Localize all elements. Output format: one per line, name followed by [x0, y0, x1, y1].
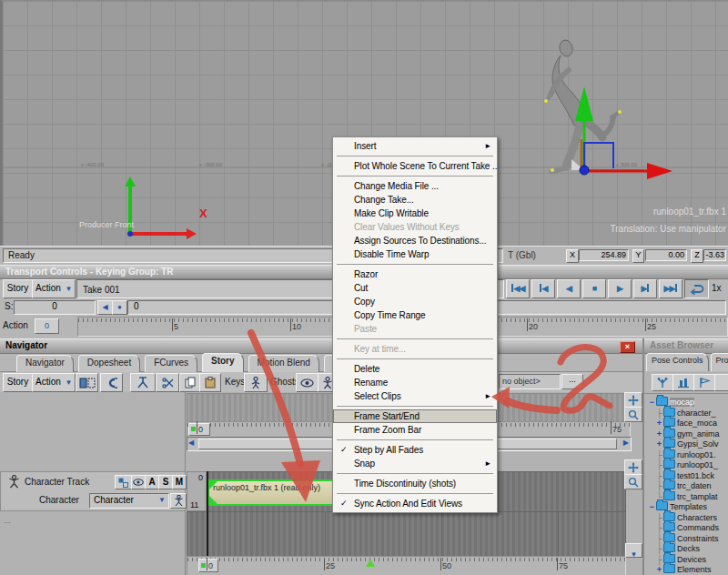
go-to-end-button[interactable]: ▶▶	[659, 279, 682, 298]
menu-item[interactable]: Frame Zoom Bar	[333, 423, 497, 437]
x-coord-field[interactable]: 254.89	[579, 249, 629, 261]
manipulator-plane-handle[interactable]	[584, 143, 613, 168]
asset-tree-item[interactable]: +gym_anima	[648, 429, 728, 439]
menu-item[interactable]: Snap ►	[333, 457, 497, 470]
clip-corner-icon[interactable]	[209, 481, 217, 489]
menu-item[interactable]: Time Discontinuity (shots)	[333, 477, 497, 490]
tree-expander-icon[interactable]: −	[648, 502, 656, 513]
asset-tree-item[interactable]: ├trc_daten	[648, 480, 728, 491]
asset-tree-item[interactable]: ├Commands	[648, 522, 728, 533]
menu-item[interactable]: Key at time...	[333, 342, 497, 356]
ghost-object-field[interactable]: no object>	[499, 374, 561, 389]
menu-item[interactable]: Assign Sources To Destinations...	[333, 234, 497, 247]
asset-list-view-button[interactable]	[672, 374, 694, 391]
z-coord-button[interactable]: Z	[691, 249, 703, 263]
loop-toggle-button[interactable]	[684, 279, 709, 298]
copy-button[interactable]	[179, 373, 200, 392]
paste-button[interactable]	[199, 373, 221, 392]
playback-speed-label[interactable]: 1x	[712, 283, 722, 293]
track-mute-button[interactable]: M	[172, 475, 187, 489]
clip-fade-in-handle[interactable]	[209, 496, 217, 504]
navigator-tab[interactable]: Story	[202, 353, 244, 374]
story-mode-button[interactable]: Story	[3, 373, 33, 392]
story-lower-lane[interactable]	[187, 511, 626, 558]
menu-item[interactable]: Clear Values Without Keys	[333, 220, 497, 234]
action-mode-button[interactable]: Action ▼	[32, 373, 76, 392]
x-coord-button[interactable]: X	[566, 249, 579, 263]
menu-item[interactable]: ✓ Sync Action And Edit Views	[333, 497, 497, 510]
pan-view-button[interactable]	[624, 392, 642, 408]
tree-expander-icon[interactable]: ├	[655, 481, 663, 492]
timeline-marker-box[interactable]: 0	[35, 318, 59, 334]
track-active-button[interactable]: A	[145, 475, 159, 489]
asset-tree-item[interactable]: ├Constraints	[648, 533, 728, 544]
snap-magnet-button[interactable]	[100, 373, 123, 392]
tree-expander-icon[interactable]: −	[648, 398, 656, 409]
v-scroll-down-button[interactable]: ▼	[625, 543, 642, 558]
translate-manipulator[interactable]	[571, 86, 672, 179]
scroll-left-icon[interactable]: ◀	[188, 438, 194, 449]
asset-tree-item[interactable]: −mocap	[648, 397, 728, 408]
asset-flag-filter-button[interactable]	[693, 374, 715, 391]
show-keys-button[interactable]	[244, 373, 268, 392]
asset-tree-item[interactable]: ├runloop01_	[648, 459, 728, 470]
menu-item[interactable]: Paste	[333, 322, 497, 336]
asset-browser-tab[interactable]: Pose Controls	[646, 353, 709, 371]
menu-item[interactable]: Select Clips ►	[333, 389, 497, 403]
menu-item[interactable]: Insert ►	[333, 139, 497, 153]
menu-item[interactable]: Razor	[333, 267, 497, 281]
play-reverse-button[interactable]: ◀	[557, 279, 581, 298]
close-button[interactable]: ×	[620, 341, 635, 353]
asset-tree-item[interactable]: −Templates	[648, 501, 728, 512]
menu-item[interactable]: Rename	[333, 376, 497, 389]
asset-tree-item[interactable]: +Gypsi_Solv	[648, 439, 728, 449]
asset-browser-tab[interactable]: Pro	[711, 353, 728, 371]
track-visibility-button[interactable]	[131, 475, 146, 489]
asset-tree-item[interactable]: ├runloop01.	[648, 449, 728, 460]
razor-button[interactable]	[130, 373, 156, 392]
story-frame-ruler[interactable]: 0255075	[187, 556, 626, 575]
tree-expander-icon[interactable]: +	[655, 439, 663, 450]
go-to-start-button[interactable]: ◀◀	[506, 279, 530, 298]
browse-object-button[interactable]: ...	[561, 374, 583, 389]
menu-item[interactable]: Copy	[333, 295, 497, 308]
zoom-track-button[interactable]	[624, 474, 642, 489]
menu-item[interactable]: Make Clip Writable	[333, 207, 497, 220]
tree-expander-icon[interactable]: ├	[655, 460, 663, 471]
asset-tree-view-button[interactable]	[652, 374, 673, 391]
next-key-button[interactable]: ▶	[633, 279, 657, 298]
character-track-header[interactable]: Character Track A S M Character Characte…	[0, 471, 186, 511]
navigator-tab[interactable]: Motion Blend	[248, 355, 319, 374]
navigator-tab[interactable]: Dopesheet	[78, 355, 140, 374]
stop-button[interactable]: ■	[582, 279, 606, 298]
previous-key-button[interactable]: ◀	[531, 279, 555, 298]
menu-item[interactable]: Plot Whole Scene To Current Take ...	[333, 159, 497, 173]
asset-tree-item[interactable]: +Elements	[648, 564, 728, 575]
menu-item[interactable]: Frame Start/End	[333, 409, 497, 423]
navigator-tab[interactable]: FCurves	[145, 355, 197, 374]
take-marker-icon[interactable]	[366, 560, 375, 567]
tree-expander-icon[interactable]: ├	[655, 544, 663, 555]
zoom-view-button[interactable]	[624, 407, 642, 422]
menu-item[interactable]: Disable Time Warp	[333, 247, 497, 261]
menu-item[interactable]: Delete	[333, 362, 497, 376]
manipulator-origin[interactable]	[580, 166, 589, 175]
character-dropdown[interactable]: Character ▼	[89, 493, 169, 509]
menu-item[interactable]: Cut	[333, 281, 497, 295]
character-target-button[interactable]	[170, 493, 187, 509]
menu-item[interactable]: Change Take...	[333, 193, 497, 207]
menu-item[interactable]: Change Media File ...	[333, 179, 497, 193]
tree-expander-icon[interactable]: ├	[655, 523, 663, 534]
track-more-dots[interactable]: ...	[4, 516, 11, 525]
transport-story-button[interactable]: Story	[3, 279, 33, 298]
y-coord-field[interactable]: 0.00	[645, 249, 687, 261]
tree-expander-icon[interactable]: +	[655, 419, 663, 429]
transport-action-button[interactable]: Action ▼	[32, 279, 76, 298]
cut-button[interactable]	[156, 373, 179, 392]
tree-expander-icon[interactable]: +	[655, 565, 663, 575]
menu-item[interactable]: Copy Time Range	[333, 308, 497, 322]
asset-tree-item[interactable]: ├character_	[648, 408, 728, 419]
ghost-view-button[interactable]	[296, 373, 318, 392]
asset-tree-item[interactable]: ├Characters	[648, 512, 728, 523]
menu-item[interactable]: ✓ Step by All Fades	[333, 443, 497, 457]
